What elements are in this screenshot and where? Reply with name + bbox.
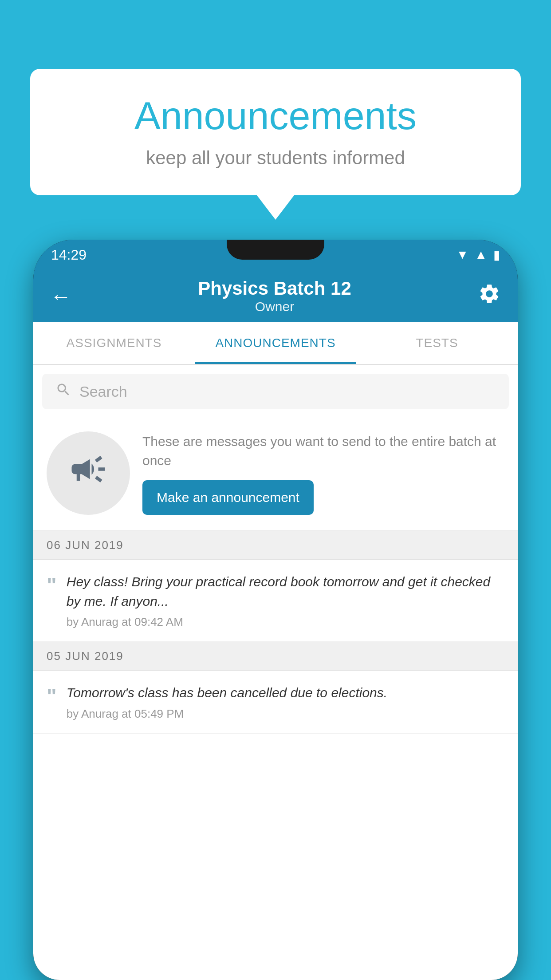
quote-icon-1: " — [47, 572, 57, 596]
megaphone-icon — [68, 449, 108, 498]
tab-announcements[interactable]: ANNOUNCEMENTS — [195, 322, 356, 364]
app-bar: ← Physics Batch 12 Owner — [33, 270, 518, 322]
app-bar-title: Physics Batch 12 — [198, 278, 351, 299]
tab-assignments[interactable]: ASSIGNMENTS — [33, 322, 195, 364]
screen-content: Search These are messages you want to se… — [33, 365, 518, 980]
wifi-icon: ▼ — [457, 248, 469, 262]
announcements-title: Announcements — [66, 93, 485, 138]
status-bar: 14:29 ▼ ▲ ▮ — [33, 240, 518, 270]
search-bar[interactable]: Search — [42, 374, 509, 409]
speech-bubble-section: Announcements keep all your students inf… — [30, 69, 521, 220]
tab-bar: ASSIGNMENTS ANNOUNCEMENTS TESTS — [33, 322, 518, 365]
settings-button[interactable] — [478, 282, 501, 310]
date-separator-1: 06 JUN 2019 — [33, 531, 518, 560]
search-bar-container: Search — [33, 365, 518, 418]
search-placeholder: Search — [79, 383, 127, 400]
back-button[interactable]: ← — [50, 284, 71, 308]
announcement-prompt: These are messages you want to send to t… — [33, 418, 518, 531]
announcement-text-group-2: Tomorrow's class has been cancelled due … — [67, 683, 504, 721]
megaphone-circle — [47, 431, 130, 515]
quote-icon-2: " — [47, 683, 57, 707]
app-bar-subtitle: Owner — [198, 299, 351, 314]
battery-icon: ▮ — [493, 248, 500, 262]
tab-tests[interactable]: TESTS — [356, 322, 518, 364]
gear-icon — [478, 282, 501, 305]
speech-bubble-arrow — [257, 195, 294, 220]
announcement-item-2[interactable]: " Tomorrow's class has been cancelled du… — [33, 671, 518, 734]
status-time: 14:29 — [51, 247, 87, 263]
announcement-text-1: Hey class! Bring your practical record b… — [67, 572, 504, 611]
announcement-item-1[interactable]: " Hey class! Bring your practical record… — [33, 560, 518, 642]
app-bar-title-group: Physics Batch 12 Owner — [198, 278, 351, 314]
make-announcement-button[interactable]: Make an announcement — [142, 480, 314, 515]
prompt-description: These are messages you want to send to t… — [142, 432, 504, 470]
signal-icon: ▲ — [475, 248, 487, 262]
phone-frame: 14:29 ▼ ▲ ▮ ← Physics Batch 12 Owner ASS… — [33, 240, 518, 980]
announcement-meta-1: by Anurag at 09:42 AM — [67, 615, 504, 629]
speech-bubble-card: Announcements keep all your students inf… — [30, 69, 521, 195]
announcement-meta-2: by Anurag at 05:49 PM — [67, 707, 504, 721]
announcements-subtitle: keep all your students informed — [66, 147, 485, 169]
status-icons: ▼ ▲ ▮ — [457, 248, 500, 262]
search-icon — [55, 382, 71, 402]
announcement-text-group-1: Hey class! Bring your practical record b… — [67, 572, 504, 629]
announcement-text-2: Tomorrow's class has been cancelled due … — [67, 683, 504, 703]
prompt-right: These are messages you want to send to t… — [142, 432, 504, 515]
date-separator-2: 05 JUN 2019 — [33, 642, 518, 671]
